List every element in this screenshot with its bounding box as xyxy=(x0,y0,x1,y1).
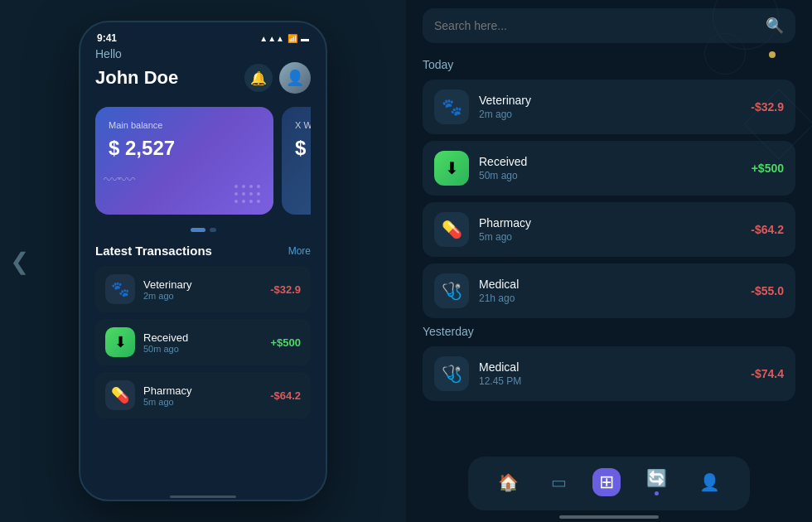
tx-vet-amount: -$32.9 xyxy=(270,283,301,296)
wifi-icon: 📶 xyxy=(288,34,297,43)
txi-vet-name: Veterinary xyxy=(479,94,751,107)
list-item-vet-today[interactable]: 🐾 Veterinary 2m ago -$32.9 xyxy=(423,80,795,134)
txi-pharmacy-time: 5m ago xyxy=(479,231,751,243)
tx-vet-info: Veterinary 2m ago xyxy=(143,278,270,301)
tx-received-time: 50m ago xyxy=(143,344,270,354)
nav-profile[interactable]: 👤 xyxy=(693,469,727,495)
profile-icon: 👤 xyxy=(699,472,720,492)
tx-vet-time: 2m ago xyxy=(143,291,270,301)
status-bar: 9:41 ▲▲▲ 📶 ▬ xyxy=(80,22,326,47)
left-chevron-icon[interactable]: ❮ xyxy=(10,248,29,275)
deco-dot xyxy=(769,51,776,58)
section-title: Latest Transactions xyxy=(95,244,212,258)
txi-medical-yest-info: Medical 12.45 PM xyxy=(479,360,751,387)
transactions-section-header: Latest Transactions More xyxy=(95,244,311,258)
right-panel: 🔍 Today 🐾 Veterinary 2m ago -$32.9 ⬇ Rec… xyxy=(406,0,812,522)
nav-cards[interactable]: ▭ xyxy=(544,469,573,495)
nav-home[interactable]: 🏠 xyxy=(491,469,525,495)
pag-dot-1[interactable] xyxy=(191,228,205,232)
user-name: John Doe xyxy=(95,67,178,89)
txi-medical-amount: -$55.0 xyxy=(751,284,784,297)
main-balance-card[interactable]: Main balance 〰〰 $ 2,527 xyxy=(95,107,273,215)
list-item-pharmacy-today[interactable]: 💊 Pharmacy 5m ago -$64.2 xyxy=(423,202,795,257)
home-icon: 🏠 xyxy=(498,472,519,492)
phone-mockup: 9:41 ▲▲▲ 📶 ▬ Hello John Doe 🔔 👤 Main bal… xyxy=(79,21,327,501)
left-panel: ❮ 9:41 ▲▲▲ 📶 ▬ Hello John Doe 🔔 👤 xyxy=(0,0,406,522)
tx-received-info: Received 50m ago xyxy=(143,331,270,354)
cards-row: Main balance 〰〰 $ 2,527 X W $ xyxy=(95,107,311,215)
nav-grid[interactable]: ⊞ xyxy=(592,468,621,496)
tx-pharmacy-amount: -$64.2 xyxy=(270,389,301,402)
tx-received-icon: ⬇ xyxy=(105,327,135,357)
list-item-received-today[interactable]: ⬇ Received 50m ago +$500 xyxy=(423,141,795,196)
txi-vet-info: Veterinary 2m ago xyxy=(479,94,751,120)
txi-medical-yest-time: 12.45 PM xyxy=(479,375,751,387)
card-dots xyxy=(234,185,262,205)
txi-medical-info: Medical 21h ago xyxy=(479,278,751,304)
txi-pharmacy-icon: 💊 xyxy=(434,212,469,247)
notification-button[interactable]: 🔔 xyxy=(244,64,273,92)
txi-pharmacy-name: Pharmacy xyxy=(479,216,751,230)
user-name-row: John Doe 🔔 👤 xyxy=(95,62,311,94)
user-actions: 🔔 👤 xyxy=(244,62,311,94)
signal-icons: ▲▲▲ 📶 ▬ xyxy=(259,34,309,43)
nav-dot xyxy=(655,491,659,495)
transaction-item-pharmacy[interactable]: 💊 Pharmacy 5m ago -$64.2 xyxy=(95,372,311,418)
refresh-icon: 🔄 xyxy=(646,468,667,488)
avatar[interactable]: 👤 xyxy=(279,62,311,94)
list-item-medical-today[interactable]: 🩺 Medical 21h ago -$55.0 xyxy=(423,263,795,318)
txi-pharmacy-info: Pharmacy 5m ago xyxy=(479,216,751,243)
deco-circle-2 xyxy=(704,33,746,75)
card-secondary-balance: $ xyxy=(295,137,311,160)
home-bar xyxy=(559,515,659,519)
txi-received-name: Received xyxy=(479,155,752,168)
txi-vet-time: 2m ago xyxy=(479,109,751,120)
txi-vet-icon: 🐾 xyxy=(434,89,469,124)
txi-received-icon: ⬇ xyxy=(434,151,469,186)
tx-pharmacy-name: Pharmacy xyxy=(143,384,270,397)
cards-icon: ▭ xyxy=(551,472,567,492)
yesterday-label: Yesterday xyxy=(423,325,795,338)
txi-medical-yest-name: Medical xyxy=(479,360,751,374)
greeting-text: Hello xyxy=(95,47,311,60)
grid-icon: ⊞ xyxy=(599,471,614,493)
tx-received-name: Received xyxy=(143,331,270,344)
txi-pharmacy-amount: -$64.2 xyxy=(751,223,784,236)
txi-medical-yest-icon: 🩺 xyxy=(434,356,469,391)
txi-received-amount: +$500 xyxy=(752,162,784,175)
card-secondary-label: X W xyxy=(295,120,311,130)
card-main-label: Main balance xyxy=(109,120,260,130)
tx-pharmacy-icon: 💊 xyxy=(105,380,135,410)
phone-content: Hello John Doe 🔔 👤 Main balance 〰〰 $ 2,5… xyxy=(80,47,326,418)
pag-dot-2[interactable] xyxy=(210,228,216,232)
secondary-card[interactable]: X W $ xyxy=(282,107,311,215)
transaction-item-received[interactable]: ⬇ Received 50m ago +$500 xyxy=(95,319,311,365)
card-wave-icon: 〰〰 xyxy=(104,171,133,190)
time-display: 9:41 xyxy=(97,32,117,44)
list-item-medical-yesterday[interactable]: 🩺 Medical 12.45 PM -$74.4 xyxy=(423,346,795,401)
tx-vet-name: Veterinary xyxy=(143,278,270,291)
tx-received-amount: +$500 xyxy=(270,336,301,349)
txi-received-info: Received 50m ago xyxy=(479,155,752,181)
card-pagination xyxy=(95,228,311,232)
txi-medical-yest-amount: -$74.4 xyxy=(751,367,784,380)
phone-home-bar xyxy=(170,495,236,498)
battery-icon: ▬ xyxy=(301,34,309,43)
txi-received-time: 50m ago xyxy=(479,170,752,181)
tx-pharmacy-time: 5m ago xyxy=(143,397,270,407)
txi-medical-icon: 🩺 xyxy=(434,273,469,308)
nav-refresh[interactable]: 🔄 xyxy=(640,465,674,499)
card-main-balance: $ 2,527 xyxy=(109,137,260,160)
tx-pharmacy-info: Pharmacy 5m ago xyxy=(143,384,270,407)
txi-medical-name: Medical xyxy=(479,278,751,291)
tx-vet-icon: 🐾 xyxy=(105,274,135,304)
more-link[interactable]: More xyxy=(288,245,311,257)
bottom-nav: 🏠 ▭ ⊞ 🔄 👤 xyxy=(468,457,750,510)
search-input[interactable] xyxy=(434,19,757,32)
transaction-item-vet[interactable]: 🐾 Veterinary 2m ago -$32.9 xyxy=(95,266,311,312)
txi-medical-time: 21h ago xyxy=(479,292,751,304)
signal-icon: ▲▲▲ xyxy=(259,34,284,43)
